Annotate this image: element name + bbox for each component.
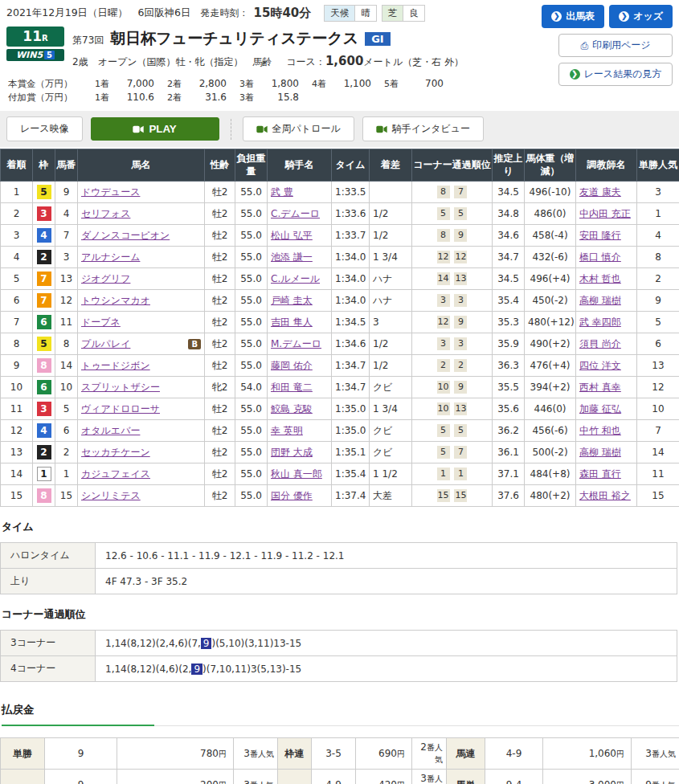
jockey-interview-button[interactable]: 騎手インタビュー	[362, 116, 484, 141]
trainer-link[interactable]: 西村 真幸	[579, 382, 621, 393]
sex-age-cell: 牡2	[205, 312, 235, 333]
trainer-link[interactable]: 木村 哲也	[579, 273, 621, 284]
jockey-link[interactable]: 国分 優作	[271, 490, 313, 501]
jockey-link[interactable]: 武 豊	[271, 186, 293, 198]
course-label: コース：	[286, 56, 325, 67]
trainer-link[interactable]: 高柳 瑞樹	[579, 295, 621, 306]
horse-name-cell: セリフォス	[78, 203, 205, 225]
trainer-link[interactable]: 大根田 裕之	[579, 490, 631, 501]
trainer-link[interactable]: 高柳 瑞樹	[579, 447, 621, 458]
trainer-link[interactable]: 加藤 征弘	[579, 403, 621, 414]
horse-name-link[interactable]: セッカチケーン	[81, 446, 150, 459]
trainer-link[interactable]: 武 幸四郎	[579, 316, 621, 328]
horse-name-link[interactable]: シンリミテス	[81, 489, 141, 503]
trainer-link[interactable]: 四位 洋文	[579, 360, 621, 371]
horse-name-link[interactable]: アルナシーム	[81, 251, 140, 264]
horse-name-cell: スプリットザシー	[78, 377, 205, 398]
frame-badge: 6	[37, 315, 51, 329]
print-page-button[interactable]: ⎙ 印刷用ページ	[558, 34, 673, 57]
last-3f-cell: 37.6	[493, 485, 525, 507]
last-3f-cell: 35.3	[493, 312, 525, 333]
horse-name-link[interactable]: プルパレイ	[81, 337, 130, 351]
video-camera-icon	[376, 125, 387, 133]
margin-cell: クビ	[370, 442, 412, 463]
result-row: 9 8 14 トゥードジボン 牡2 55.0 藤岡 佑介 1:34.7 1/2 …	[1, 355, 679, 377]
jockey-link[interactable]: 藤岡 佑介	[271, 360, 313, 371]
horse-name-link[interactable]: カジュフェイス	[81, 468, 150, 481]
horse-name-link[interactable]: ドウデュース	[81, 186, 140, 199]
horse-name-cell: トゥードジボン	[78, 355, 205, 377]
corner-3-row: 3コーナー 1,14(8,12)(2,4,6)(7,9)(5,10)(3,11)…	[1, 631, 677, 656]
horse-name-link[interactable]: トウシンマカオ	[81, 294, 150, 308]
patrol-video-label: 全周パトロール	[272, 122, 341, 136]
horse-name-link[interactable]: トゥードジボン	[81, 359, 150, 373]
jockey-link[interactable]: C.デムーロ	[271, 208, 320, 219]
trainer-link[interactable]: 橋口 慎介	[579, 251, 621, 263]
trainer-cell: 加藤 征弘	[576, 398, 637, 420]
horse-name-link[interactable]: セリフォス	[81, 207, 130, 221]
result-row: 15 8 15 シンリミテス 牡2 55.0 国分 優作 1:37.4 大差 1…	[1, 485, 679, 507]
patrol-video-button[interactable]: 全周パトロール	[243, 116, 354, 141]
horse-name-link[interactable]: ジオグリフ	[81, 272, 130, 286]
corner-3-position: 1	[437, 468, 450, 480]
frame-cell: 5	[33, 182, 55, 203]
jockey-link[interactable]: 秋山 真一郎	[271, 468, 322, 480]
prize-rank: 2着	[154, 92, 182, 104]
weight-cell: 55.0	[235, 290, 268, 312]
horse-name-link[interactable]: ダノンスコーピオン	[81, 229, 170, 243]
jockey-link[interactable]: 鮫島 克駿	[271, 403, 313, 414]
horse-name-link[interactable]: スプリットザシー	[81, 381, 160, 394]
jockey-link[interactable]: 戸崎 圭太	[271, 295, 313, 306]
entry-table-button[interactable]: ❯ 出馬表	[542, 5, 604, 28]
jockey-link[interactable]: 和田 竜二	[271, 382, 313, 393]
corner-order-cell: 12 12	[412, 247, 493, 268]
time-cell: 1:34.6	[332, 333, 370, 355]
corner-4-position: 1	[454, 468, 467, 480]
prize-value: 2,800	[182, 77, 227, 90]
time-cell: 1:33.6	[332, 203, 370, 225]
result-row: 1 5 9 ドウデュース 牡2 55.0 武 豊 1:33.5 8 7	[1, 182, 679, 203]
page-header: 2021年12月19日（日曜） 6回阪神6日 発走時刻： 15時40分 天候 晴…	[0, 0, 679, 104]
win5-number-box: 5	[44, 51, 55, 59]
frame-cell: 2	[33, 442, 55, 463]
jockey-link[interactable]: 松山 弘平	[271, 230, 313, 241]
jockey-cell: 鮫島 克駿	[268, 398, 332, 420]
play-button[interactable]: PLAY	[91, 117, 219, 141]
horse-name-link[interactable]: オタルエバー	[81, 424, 140, 438]
weight-cell: 55.0	[235, 247, 268, 268]
race-video-button[interactable]: レース映像	[6, 116, 83, 141]
margin-cell: 1 3/4	[370, 398, 412, 420]
trainer-link[interactable]: 中竹 和也	[579, 425, 621, 436]
corner-3-position: 5	[437, 446, 450, 459]
trainer-link[interactable]: 中内田 充正	[579, 208, 631, 219]
jockey-link[interactable]: M.デムーロ	[271, 338, 321, 349]
jockey-link[interactable]: 池添 謙一	[271, 251, 313, 263]
trainer-cell: 高柳 瑞樹	[576, 442, 637, 463]
time-cell: 1:33.5	[332, 182, 370, 203]
jockey-link[interactable]: 吉田 隼人	[271, 316, 313, 328]
trainer-link[interactable]: 須貝 尚介	[579, 338, 621, 349]
sex-age-cell: 牡2	[205, 355, 235, 377]
corner-3-position: 5	[437, 207, 450, 220]
odds-button[interactable]: ❯ オッズ	[609, 5, 673, 28]
header-action-buttons: ❯ 出馬表 ❯ オッズ ⎙ 印刷用ページ ❯ レース結果の見方	[542, 5, 673, 86]
trainer-link[interactable]: 安田 隆行	[579, 230, 621, 241]
body-weight-cell: 486(0)	[525, 203, 576, 225]
prize-item: 2着 31.6	[154, 91, 227, 104]
corner-order-cell: 3 3	[412, 290, 493, 312]
how-to-read-button[interactable]: ❯ レース結果の見方	[558, 63, 673, 86]
jockey-cell: 和田 竜二	[268, 377, 332, 398]
popularity-cell: 7	[637, 420, 679, 442]
trainer-link[interactable]: 森田 直行	[579, 468, 621, 480]
horse-name-cell: ヴィアドロローサ	[78, 398, 205, 420]
arrow-circle-icon: ❯	[619, 11, 629, 22]
prize-rank: 4着	[299, 78, 326, 91]
horse-name-link[interactable]: ヴィアドロローサ	[81, 402, 160, 416]
trainer-link[interactable]: 友道 康夫	[579, 186, 621, 198]
jockey-link[interactable]: C.ルメール	[271, 273, 320, 284]
jockey-link[interactable]: 幸 英明	[271, 425, 303, 436]
frame-cell: 3	[33, 398, 55, 420]
result-row: 11 3 5 ヴィアドロローサ 牡2 55.0 鮫島 克駿 1:35.0 1 3…	[1, 398, 679, 420]
jockey-link[interactable]: 団野 大成	[271, 447, 313, 458]
horse-name-link[interactable]: ドーブネ	[81, 316, 121, 329]
